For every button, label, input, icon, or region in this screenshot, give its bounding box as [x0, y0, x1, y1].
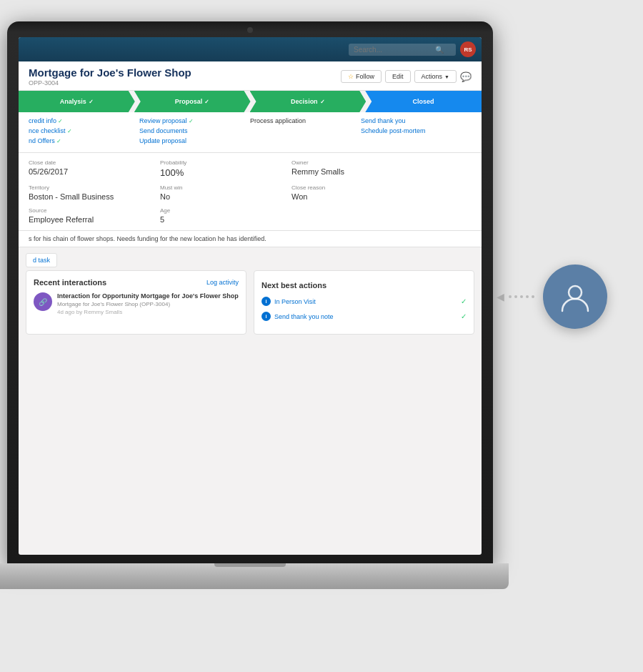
edit-button[interactable]: Edit: [385, 70, 411, 83]
task-thankyou[interactable]: Send thank you: [361, 117, 472, 124]
description-area: s for his chain of flower shops. Needs f…: [19, 231, 482, 247]
record-title: Mortgage for Joe's Flower Shop: [29, 66, 191, 79]
proposal-check: ✓: [204, 99, 209, 105]
stage-closed[interactable]: Closed: [365, 91, 482, 112]
action-label-2[interactable]: Send thank you note: [274, 313, 334, 320]
recent-interactions-title: Recent interactions: [34, 278, 106, 287]
top-nav: 🔍 RS: [19, 37, 482, 61]
task-docs[interactable]: Send documents: [139, 127, 250, 134]
tasks-col-1: credit info ✓ nce checklist ✓ nd Offers …: [29, 117, 139, 147]
age-value: 5: [160, 215, 280, 224]
chat-button[interactable]: 💬: [460, 71, 472, 82]
territory-value: Boston - Small Business: [29, 192, 149, 201]
task-process: Process application: [250, 117, 361, 124]
chevron-down-icon: ▼: [444, 74, 449, 79]
age-label: Age: [160, 207, 280, 214]
screen-content: 🔍 RS Mortgage for Joe's Flower Shop OPP-…: [19, 37, 482, 555]
path-stages: Analysis ✓ Proposal ✓ Decision ✓ Closed: [19, 91, 482, 112]
panel-header-actions: Next best actions: [261, 278, 467, 291]
fields-row-1: Close date 05/26/2017 Probability 100% O…: [29, 159, 472, 178]
task-credit[interactable]: credit info ✓: [29, 117, 139, 124]
source-field: Source Employee Referral: [29, 207, 149, 224]
close-reason-label: Close reason: [291, 184, 472, 191]
close-date-label: Close date: [29, 159, 149, 166]
next-best-actions-title: Next best actions: [261, 281, 327, 290]
task-credit-label: credit info: [29, 117, 56, 124]
owner-field: Owner Remmy Smalls: [291, 159, 472, 178]
laptop-base-notch: [214, 563, 286, 567]
task-offers-label: nd Offers: [29, 137, 55, 144]
fields-row-3: Source Employee Referral Age 5: [29, 207, 472, 224]
search-container: 🔍: [349, 44, 456, 56]
source-label: Source: [29, 207, 149, 214]
must-win-field: Must win No: [160, 184, 280, 201]
follow-button[interactable]: ☆ Follow: [341, 70, 382, 83]
action-item-1: i In Person Visit ✓: [261, 297, 467, 306]
avatar-circle[interactable]: [543, 265, 607, 329]
task-checklist[interactable]: nce checklist ✓: [29, 127, 139, 134]
log-task-button[interactable]: d task: [26, 253, 57, 267]
interaction-icon: 🔗: [34, 292, 52, 311]
analysis-check: ✓: [89, 99, 94, 105]
task-postmortem[interactable]: Schedule post-mortem: [361, 127, 472, 134]
user-avatar-icon: [559, 281, 591, 312]
interaction-subtitle: Mortgage for Joe's Flower Shop (OPP-3004…: [57, 301, 239, 307]
search-input[interactable]: [354, 46, 432, 54]
laptop-screen-bezel: 🔍 RS Mortgage for Joe's Flower Shop OPP-…: [19, 37, 482, 555]
nav-avatar[interactable]: RS: [460, 41, 476, 57]
check-icon-2: ✓: [67, 128, 72, 134]
close-date-field: Close date 05/26/2017: [29, 159, 149, 178]
next-best-actions-panel: Next best actions i In Person Visit ✓ i: [254, 270, 474, 335]
check-icon-4: ✓: [189, 118, 194, 124]
panel-header-interactions: Recent interactions Log activity: [34, 278, 239, 287]
close-reason-value: Won: [291, 192, 472, 201]
actions-label: Actions: [422, 73, 443, 80]
dot-2: [514, 295, 517, 298]
task-offers[interactable]: nd Offers ✓: [29, 137, 139, 144]
action-item-2: i Send thank you note ✓: [261, 312, 467, 321]
interaction-item: 🔗 Interaction for Opportunity Mortgage f…: [34, 292, 239, 315]
record-actions: ☆ Follow Edit Actions ▼ 💬: [341, 70, 472, 83]
check-icon-3: ✓: [56, 138, 61, 144]
star-icon: ☆: [348, 73, 354, 80]
dot-3: [520, 295, 523, 298]
probability-field: Probability 100%: [160, 159, 280, 178]
decision-check: ✓: [320, 99, 325, 105]
fields-area: Close date 05/26/2017 Probability 100% O…: [19, 153, 482, 231]
territory-label: Territory: [29, 184, 149, 191]
stage-analysis[interactable]: Analysis ✓: [19, 91, 135, 112]
record-subtitle: OPP-3004: [29, 79, 191, 87]
actions-button[interactable]: Actions ▼: [414, 70, 457, 83]
stage-decision[interactable]: Decision ✓: [250, 91, 367, 112]
age-field: Age 5: [160, 207, 280, 224]
search-icon: 🔍: [435, 46, 444, 54]
task-update[interactable]: Update proposal: [139, 137, 250, 144]
stage-proposal[interactable]: Proposal ✓: [134, 91, 251, 112]
decision-label: Decision: [291, 98, 318, 105]
action-label-1[interactable]: In Person Visit: [274, 298, 316, 305]
laptop-base: [0, 563, 509, 589]
recent-interactions-panel: Recent interactions Log activity 🔗 Inter…: [26, 270, 246, 335]
probability-value: 100%: [160, 167, 280, 178]
analysis-label: Analysis: [60, 98, 86, 105]
laptop-camera: [247, 27, 253, 33]
svg-point-0: [569, 286, 582, 299]
must-win-label: Must win: [160, 184, 280, 191]
dot-5: [532, 295, 534, 298]
action-info-icon-2: i: [261, 312, 271, 321]
action-check-1: ✓: [461, 297, 467, 305]
log-activity-link[interactable]: Log activity: [206, 279, 239, 286]
bottom-panels: Recent interactions Log activity 🔗 Inter…: [19, 270, 482, 342]
task-review[interactable]: Review proposal ✓: [139, 117, 250, 124]
bottom-action-row: d task: [19, 247, 482, 270]
action-item-2-left: i Send thank you note: [261, 312, 334, 321]
record-header: Mortgage for Joe's Flower Shop OPP-3004 …: [19, 61, 482, 91]
task-checklist-label: nce checklist: [29, 127, 66, 134]
avatar-panel: ◀: [497, 265, 607, 329]
action-item-1-left: i In Person Visit: [261, 297, 316, 306]
territory-field: Territory Boston - Small Business: [29, 184, 149, 201]
owner-value[interactable]: Remmy Smalls: [291, 167, 472, 176]
action-check-2: ✓: [461, 312, 467, 320]
action-info-icon-1: i: [261, 297, 271, 306]
must-win-value: No: [160, 192, 280, 201]
